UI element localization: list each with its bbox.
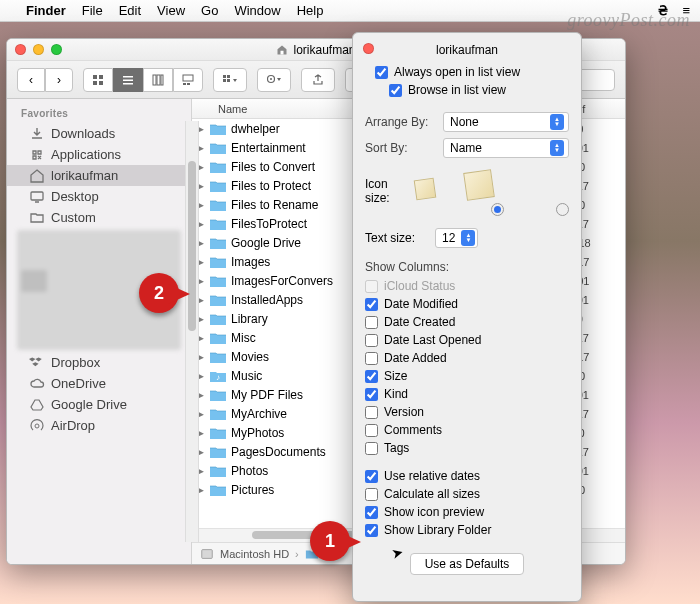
show-columns-label: Show Columns: [365,260,569,274]
icon-size-small-radio[interactable] [491,203,504,216]
svg-rect-16 [227,79,230,82]
view-gallery-button[interactable] [173,68,203,92]
action-dropdown-button[interactable] [257,68,291,92]
browse-label: Browse in list view [408,83,506,97]
menu-go[interactable]: Go [201,3,218,18]
icon-size-label: Icon size: [365,171,415,205]
home-icon [29,168,45,184]
view-icon-button[interactable] [83,68,113,92]
svg-rect-6 [123,83,133,85]
svg-rect-5 [123,79,133,81]
svg-rect-2 [93,81,97,85]
svg-rect-4 [123,76,133,78]
option-show-icon-preview-checkbox[interactable] [365,506,378,519]
column-version-checkbox[interactable] [365,406,378,419]
panel-close-button[interactable] [363,43,374,54]
column-date-created-checkbox[interactable] [365,316,378,329]
sidebar-item-custom[interactable]: Custom [7,207,191,228]
svg-rect-7 [153,75,156,85]
menu-help[interactable]: Help [297,3,324,18]
svg-rect-13 [223,75,226,78]
path-disk[interactable]: Macintosh HD [220,548,289,560]
svg-rect-24 [202,549,213,558]
menu-window[interactable]: Window [234,3,280,18]
airdrop-icon [29,418,45,434]
nav-buttons: ‹ › [17,68,73,92]
chevron-right-icon: › [295,548,299,560]
column-size-checkbox[interactable] [365,370,378,383]
sidebar-item-dropbox[interactable]: Dropbox [7,352,191,373]
sidebar-item-onedrive[interactable]: OneDrive [7,373,191,394]
option-use-relative-dates-checkbox[interactable] [365,470,378,483]
svg-text:♪: ♪ [216,373,220,382]
arrange-by-dropdown[interactable]: None▲▼ [443,112,569,132]
callout-2: 2 [136,270,182,316]
sidebar-heading: Favorites [7,105,191,123]
view-column-button[interactable] [143,68,173,92]
svg-rect-10 [183,75,193,81]
sidebar-item-applications[interactable]: Applications [7,144,191,165]
view-list-button[interactable] [113,68,143,92]
sidebar-item-google-drive[interactable]: Google Drive [7,394,191,415]
column-icloud-status-checkbox[interactable] [365,280,378,293]
forward-button[interactable]: › [45,68,73,92]
use-as-defaults-button[interactable]: Use as Defaults [410,553,525,575]
text-size-label: Text size: [365,231,425,245]
share-button[interactable] [301,68,335,92]
sort-by-label: Sort By: [365,141,435,155]
icon-size-large-radio[interactable] [556,203,569,216]
back-button[interactable]: ‹ [17,68,45,92]
sidebar-item-desktop[interactable]: Desktop [7,186,191,207]
folder-icon [29,210,45,226]
svg-rect-9 [161,75,163,85]
menu-view[interactable]: View [157,3,185,18]
view-mode-segment [83,68,203,92]
svg-rect-15 [223,79,226,82]
sidebar-item-lorikaufman[interactable]: lorikaufman [7,165,191,186]
arrange-dropdown-button[interactable] [213,68,247,92]
menu-file[interactable]: File [82,3,103,18]
column-date-modified-checkbox[interactable] [365,298,378,311]
sidebar-item-downloads[interactable]: Downloads [7,123,191,144]
menu-edit[interactable]: Edit [119,3,141,18]
traffic-lights [15,44,62,55]
dropdown-arrows-icon: ▲▼ [550,114,564,130]
desktop-icon [29,189,45,205]
text-size-dropdown[interactable]: 12▲▼ [435,228,478,248]
svg-rect-1 [99,75,103,79]
svg-rect-12 [187,83,190,85]
column-comments-checkbox[interactable] [365,424,378,437]
browse-checkbox[interactable] [389,84,402,97]
gdrive-icon [29,397,45,413]
disk-icon [200,547,214,561]
home-icon [276,44,288,56]
sidebar-item-airdrop[interactable]: AirDrop [7,415,191,436]
panel-title: lorikaufman [436,43,498,57]
zoom-button[interactable] [51,44,62,55]
callout-1: 1 [307,518,353,564]
dropdown-arrows-icon: ▲▼ [550,140,564,156]
column-kind-checkbox[interactable] [365,388,378,401]
icon-size-small-preview [414,178,437,201]
dropbox-icon [29,355,45,371]
always-open-label: Always open in list view [394,65,520,79]
app-name[interactable]: Finder [26,3,66,18]
minimize-button[interactable] [33,44,44,55]
option-calculate-all-sizes-checkbox[interactable] [365,488,378,501]
close-button[interactable] [15,44,26,55]
sort-by-dropdown[interactable]: Name▲▼ [443,138,569,158]
download-icon [29,126,45,142]
svg-rect-21 [31,192,43,200]
window-title: lorikaufman [293,43,355,57]
view-options-panel: lorikaufman Always open in list view Bro… [352,32,582,602]
svg-rect-0 [93,75,97,79]
watermark: groovyPost.com [567,10,690,31]
svg-point-18 [270,78,272,80]
column-date-added-checkbox[interactable] [365,352,378,365]
always-open-checkbox[interactable] [375,66,388,79]
vertical-scrollbar[interactable] [185,121,199,542]
column-date-last-opened-checkbox[interactable] [365,334,378,347]
column-tags-checkbox[interactable] [365,442,378,455]
sidebar: Favorites DownloadsApplicationslorikaufm… [7,99,192,564]
icon-size-large-preview [463,169,495,201]
